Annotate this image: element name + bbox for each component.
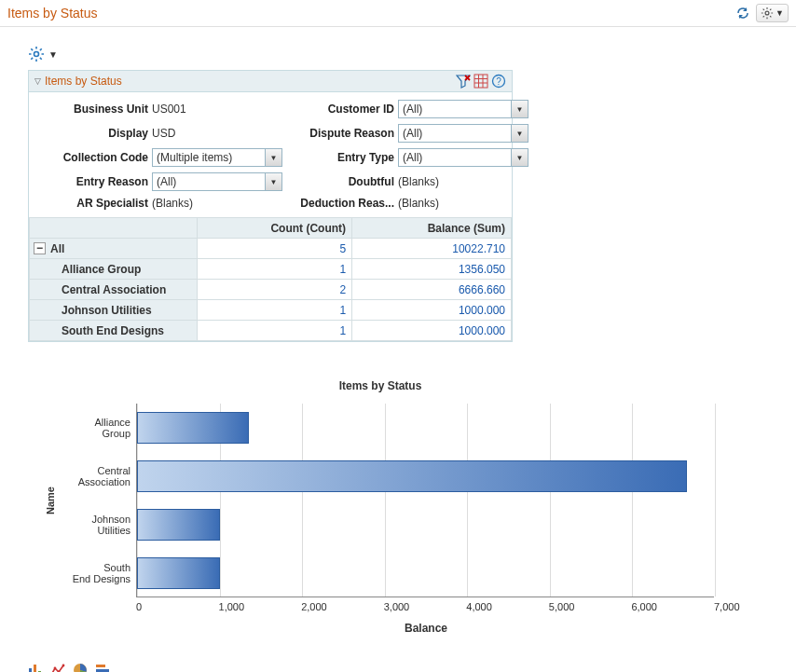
dispute-reason-select[interactable]: (All) (398, 124, 512, 143)
chart-bar[interactable] (137, 557, 220, 589)
help-icon[interactable]: ? (491, 74, 506, 89)
chevron-down-icon[interactable]: ▼ (266, 172, 282, 191)
chevron-down-icon: ▼ (48, 49, 58, 60)
table-row-count[interactable]: 1 (198, 259, 352, 280)
chevron-down-icon: ▼ (775, 8, 784, 18)
table-row-balance[interactable]: 1356.050 (352, 259, 512, 280)
svg-text:?: ? (496, 76, 501, 87)
chevron-down-icon[interactable]: ▼ (512, 124, 528, 143)
chart-bar[interactable] (137, 509, 220, 541)
chart: Items by Status Name AllianceGroupCentra… (45, 379, 716, 635)
y-tick-label: JohnsonUtilities (62, 501, 136, 549)
line-chart-icon[interactable] (50, 663, 65, 672)
panel-title[interactable]: Items by Status (45, 75, 122, 88)
pie-chart-icon[interactable] (73, 663, 88, 672)
svg-point-15 (54, 667, 57, 670)
table-row-count[interactable]: 2 (198, 280, 352, 300)
customer-id-label: Customer ID (284, 103, 396, 116)
page-title[interactable]: Items by Status (7, 6, 97, 21)
customer-id-select[interactable]: (All) (398, 100, 512, 118)
refresh-icon[interactable] (735, 6, 750, 21)
table-row-label[interactable]: Alliance Group (30, 259, 198, 280)
chart-title: Items by Status (45, 379, 716, 392)
chart-bar[interactable] (137, 412, 249, 444)
svg-rect-12 (34, 665, 36, 672)
deduction-reas-label: Deduction Reas... (284, 197, 396, 210)
entry-reason-label: Entry Reason (38, 175, 150, 188)
svg-point-1 (34, 52, 39, 57)
entry-type-label: Entry Type (284, 151, 396, 164)
business-unit-label: Business Unit (38, 103, 150, 116)
svg-point-0 (765, 11, 769, 15)
business-unit-value: US001 (152, 103, 282, 116)
table-row-count[interactable]: 1 (198, 300, 352, 321)
table-row-label[interactable]: South End Designs (30, 321, 198, 341)
grid-icon[interactable] (473, 74, 488, 89)
table-row-label[interactable]: Johnson Utilities (30, 300, 198, 321)
y-tick-label: SouthEnd Designs (62, 549, 136, 597)
summary-table: Count (Count) Balance (Sum) −All 5 10022… (29, 217, 512, 341)
row-all-balance[interactable]: 10022.710 (352, 239, 512, 259)
svg-rect-4 (474, 75, 487, 88)
table-row-label[interactable]: Central Association (30, 280, 198, 300)
entry-type-select[interactable]: (All) (398, 148, 512, 167)
table-row-balance[interactable]: 1000.000 (352, 321, 512, 341)
bar-chart-icon[interactable] (28, 663, 43, 672)
ar-specialist-value: (Blanks) (152, 197, 282, 210)
items-by-status-panel: ▽ Items by Status ? Business Unit US001 … (28, 70, 513, 342)
x-axis-label: Balance (136, 622, 716, 635)
collection-code-label: Collection Code (38, 151, 150, 164)
filter-clear-icon[interactable] (456, 74, 471, 89)
svg-point-17 (62, 665, 65, 667)
view-settings-button[interactable]: ▼ (28, 46, 58, 62)
doubtful-label: Doubtful (284, 175, 396, 188)
table-row-balance[interactable]: 1000.000 (352, 300, 512, 321)
chevron-down-icon[interactable]: ▼ (512, 100, 528, 118)
y-axis-label: Name (45, 487, 62, 514)
svg-rect-11 (29, 668, 32, 672)
chevron-down-icon[interactable]: ▼ (266, 148, 282, 167)
collapse-toggle-icon[interactable]: ▽ (34, 76, 41, 86)
deduction-reas-value: (Blanks) (398, 197, 528, 210)
table-header-blank (30, 218, 198, 239)
y-tick-label: AllianceGroup (62, 404, 136, 452)
display-value: USD (152, 127, 282, 140)
ar-specialist-label: AR Specialist (38, 197, 150, 210)
y-tick-label: CentralAssociation (62, 452, 136, 501)
settings-dropdown[interactable]: ▼ (756, 4, 789, 22)
table-header-count[interactable]: Count (Count) (198, 218, 352, 239)
collection-code-select[interactable]: (Multiple items) (152, 148, 266, 167)
display-label: Display (38, 127, 150, 140)
row-all-count[interactable]: 5 (198, 239, 352, 259)
hbar-chart-icon[interactable] (95, 663, 110, 672)
dispute-reason-label: Dispute Reason (284, 127, 396, 140)
chart-plot (136, 404, 714, 597)
chevron-down-icon[interactable]: ▼ (512, 148, 528, 167)
entry-reason-select[interactable]: (All) (152, 172, 266, 191)
table-header-balance[interactable]: Balance (Sum) (352, 218, 512, 239)
table-row-balance[interactable]: 6666.660 (352, 280, 512, 300)
row-all-label[interactable]: −All (30, 239, 198, 259)
collapse-icon[interactable]: − (34, 242, 46, 254)
svg-rect-19 (96, 665, 105, 667)
doubtful-value: (Blanks) (398, 175, 528, 188)
chart-bar[interactable] (137, 460, 687, 492)
table-row-count[interactable]: 1 (198, 321, 352, 341)
